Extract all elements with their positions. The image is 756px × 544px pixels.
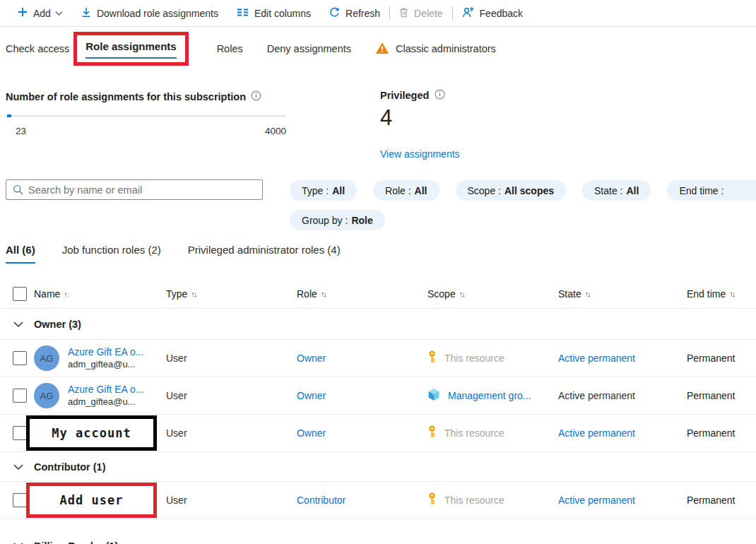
filter-pill-scope[interactable]: Scope :All scopes [456, 180, 567, 201]
feedback-label: Feedback [480, 8, 523, 19]
group-label: Contributor (1) [34, 461, 105, 473]
download-role-assignments-button[interactable]: Download role assignments [72, 0, 228, 26]
pill-value: Role [351, 215, 372, 226]
sort-icon: ↑↓ [64, 290, 69, 298]
principal-name-link[interactable]: Azure Gift EA o... [68, 345, 143, 358]
filter-pill-end-time[interactable]: End time : [667, 180, 756, 201]
column-header-name[interactable]: Name↑↓ [34, 288, 166, 300]
column-header-scope[interactable]: Scope↑↓ [427, 288, 558, 300]
filter-pill-type[interactable]: Type :All [290, 180, 357, 201]
refresh-button[interactable]: Refresh [320, 0, 389, 26]
feedback-button[interactable]: Feedback [453, 0, 532, 26]
scope-link[interactable]: Management gro... [448, 390, 531, 401]
edit-columns-button[interactable]: Edit columns [228, 0, 320, 26]
command-bar: Add Download role assignments Edit colum… [0, 0, 756, 27]
list-tab-job-function-roles[interactable]: Job function roles (2) [62, 244, 161, 264]
column-label: End time [687, 288, 726, 300]
role-link[interactable]: Owner [297, 390, 326, 401]
delete-button[interactable]: Delete [390, 0, 451, 26]
column-label: Role [297, 288, 317, 300]
state-link[interactable]: Active permanent [558, 353, 635, 364]
role-count-progress-bar [6, 114, 286, 117]
tab-classic-administrators-label: Classic administrators [396, 43, 496, 54]
tab-roles[interactable]: Roles [217, 43, 243, 54]
tab-classic-administrators[interactable]: Classic administrators [375, 42, 496, 57]
info-icon[interactable] [435, 89, 445, 102]
role-count-title-text: Number of role assignments for this subs… [6, 91, 246, 102]
pill-value: All [415, 185, 427, 196]
chevron-down-icon [55, 11, 63, 16]
row-checkbox[interactable] [13, 351, 27, 365]
group-header-contributor[interactable]: Contributor (1) [0, 452, 756, 482]
table-row[interactable]: Add user User Contributor This resource … [0, 482, 756, 519]
table-row[interactable]: My account User Owner This resource Acti… [0, 415, 756, 452]
tab-role-assignments-label: Role assignments [85, 40, 176, 52]
scope-label: This resource [444, 427, 504, 439]
column-label: Type [166, 288, 187, 300]
chevron-down-icon [13, 461, 23, 473]
column-label: State [558, 288, 581, 300]
tab-check-access[interactable]: Check access [6, 43, 69, 54]
scope-cell: This resource [427, 492, 558, 508]
group-label: Owner (3) [34, 319, 81, 330]
sort-icon: ↑↓ [585, 290, 590, 298]
role-count-block: Number of role assignments for this subs… [6, 90, 286, 136]
table-header: Name↑↓ Type↑↓ Role↑↓ Scope↑↓ State↑↓ End… [0, 279, 756, 309]
warning-icon [375, 42, 389, 57]
column-header-role[interactable]: Role↑↓ [297, 288, 427, 300]
row-checkbox[interactable] [13, 426, 27, 440]
end-time-cell: Permanent [687, 353, 756, 364]
column-header-type[interactable]: Type↑↓ [166, 288, 297, 300]
info-icon[interactable] [251, 90, 261, 103]
state-link[interactable]: Active permanent [558, 427, 635, 439]
tab-deny-assignments[interactable]: Deny assignments [267, 43, 351, 54]
scope-label: This resource [444, 495, 504, 506]
table-row[interactable]: AG Azure Gift EA o... adm_giftea@u... Us… [0, 340, 756, 377]
privileged-title: Privileged [380, 89, 460, 102]
role-link[interactable]: Contributor [297, 495, 345, 506]
group-header-billing-reader[interactable]: Billing Reader (1) [0, 519, 756, 544]
list-tab-all[interactable]: All (6) [6, 244, 35, 264]
filter-pill-group-by[interactable]: Group by :Role [290, 210, 385, 230]
row-checkbox[interactable] [13, 389, 27, 403]
role-link[interactable]: Owner [297, 427, 326, 439]
key-icon [427, 492, 437, 508]
refresh-icon [329, 7, 340, 20]
pill-value: All [626, 185, 639, 196]
column-header-end-time[interactable]: End time↑↓ [687, 288, 756, 300]
delete-label: Delete [414, 8, 442, 19]
chevron-down-icon [13, 539, 23, 544]
list-tab-privileged-admin-roles[interactable]: Privileged administrator roles (4) [188, 244, 341, 264]
sort-icon: ↑↓ [459, 290, 464, 298]
state-link[interactable]: Active permanent [558, 495, 635, 506]
add-button[interactable]: Add [8, 0, 72, 26]
type-cell: User [166, 427, 297, 439]
role-link[interactable]: Owner [297, 353, 326, 364]
column-label: Name [34, 288, 60, 300]
pill-value: All scopes [504, 185, 554, 196]
tab-deny-assignments-label: Deny assignments [267, 43, 351, 54]
column-header-state[interactable]: State↑↓ [558, 288, 687, 300]
plus-icon [18, 7, 28, 19]
column-label: Scope [427, 288, 456, 300]
pill-label: State : [594, 185, 622, 196]
filter-pill-state[interactable]: State :All [582, 180, 651, 201]
select-all-checkbox[interactable] [13, 287, 27, 301]
view-assignments-link[interactable]: View assignments [380, 148, 460, 160]
search-icon [13, 184, 23, 195]
principal-name-link[interactable]: Azure Gift EA o... [68, 383, 143, 396]
privileged-block: Privileged 4 View assignments [380, 89, 460, 160]
group-by-pill-row: Group by :Role [290, 210, 385, 230]
table-row[interactable]: AG Azure Gift EA o... adm_giftea@u... Us… [0, 377, 756, 415]
main-tabs: Check access Role assignments Roles Deny… [0, 27, 756, 71]
filter-pill-role[interactable]: Role :All [373, 180, 439, 201]
row-checkbox[interactable] [13, 493, 27, 507]
progress-track [7, 115, 286, 117]
annotation-box-add-user: Add user [26, 483, 157, 518]
key-icon [427, 350, 437, 366]
search-input[interactable] [28, 184, 262, 196]
group-header-owner[interactable]: Owner (3) [0, 309, 756, 340]
type-cell: User [166, 390, 297, 401]
tab-role-assignments[interactable]: Role assignments [85, 40, 176, 59]
role-count-title: Number of role assignments for this subs… [6, 90, 286, 103]
